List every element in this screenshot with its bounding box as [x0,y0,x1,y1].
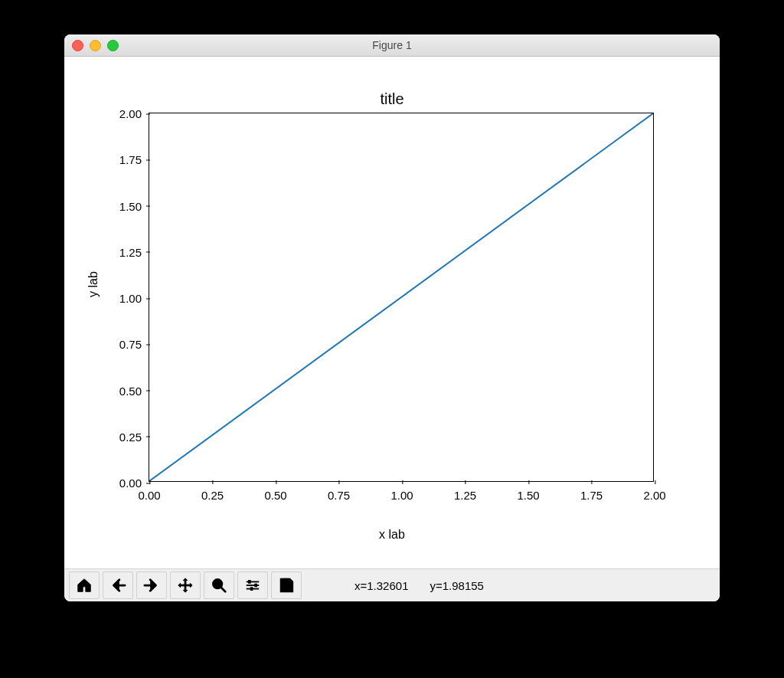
svg-rect-10 [283,585,289,591]
plot-canvas[interactable]: title 0.000.250.500.751.001.251.501.752.… [64,57,720,568]
pan-button[interactable] [170,572,201,599]
cursor-x: x=1.32601 [354,579,408,592]
cursor-y: y=1.98155 [430,579,483,592]
y-tick-label: 1.00 [119,292,149,305]
y-tick-label: 1.25 [119,245,149,258]
titlebar: Figure 1 [64,34,720,57]
close-icon[interactable] [72,40,83,51]
zoom-window-icon[interactable] [107,40,119,51]
svg-line-0 [149,113,653,481]
window-title: Figure 1 [372,39,411,51]
svg-rect-7 [255,584,257,587]
x-tick-label: 0.50 [264,481,286,502]
y-tick-label: 2.00 [119,107,149,120]
save-button[interactable] [271,572,302,599]
x-tick-label: 2.00 [643,481,665,502]
x-tick-label: 0.75 [328,481,350,502]
x-axis-label: x lab [64,528,720,542]
move-icon [177,577,194,594]
x-tick-label: 0.25 [201,481,224,502]
y-axis-label: y lab [87,271,100,297]
zoom-icon [211,577,227,594]
x-tick-label: 1.00 [390,481,413,502]
minimize-icon[interactable] [90,40,101,51]
window-controls [72,40,119,51]
svg-rect-9 [283,579,288,583]
matplotlib-toolbar: x=1.32601 y=1.98155 [64,568,720,601]
save-icon [278,577,295,594]
y-tick-label: 1.75 [119,153,149,166]
svg-rect-8 [250,588,253,591]
x-tick-label: 1.25 [454,481,476,502]
x-tick-label: 1.50 [517,481,539,502]
back-button[interactable] [103,572,133,599]
forward-button[interactable] [136,572,167,599]
home-button[interactable] [69,572,100,599]
cursor-coordinates: x=1.32601 y=1.98155 [354,579,484,592]
figure-window: Figure 1 title 0.000.250.500.751.001.251… [64,34,720,601]
zoom-button[interactable] [204,572,234,599]
chart-title: title [64,90,720,108]
x-tick-label: 1.75 [580,481,603,502]
svg-line-2 [221,588,226,592]
sliders-icon [244,577,261,594]
arrow-right-icon [143,577,160,594]
x-tick-label: 0.00 [138,481,160,502]
y-tick-label: 0.75 [119,338,149,351]
data-line [149,113,653,481]
y-tick-label: 1.50 [119,199,149,212]
y-tick-label: 0.25 [119,430,149,443]
y-tick-label: 0.50 [119,384,149,397]
svg-rect-6 [249,581,251,584]
plot-frame: 0.000.250.500.751.001.251.501.752.00 0.0… [149,113,654,482]
configure-button[interactable] [237,572,268,599]
home-icon [76,577,93,594]
arrow-left-icon [109,577,126,594]
